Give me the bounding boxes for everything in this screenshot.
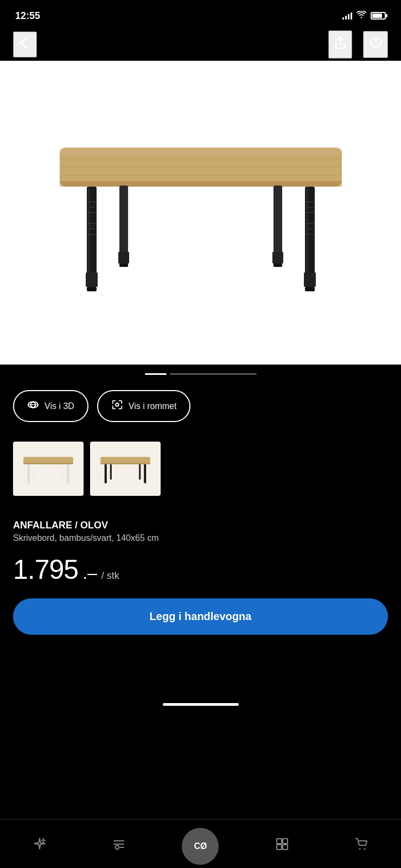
svg-rect-38 — [23, 463, 73, 464]
svg-rect-40 — [67, 464, 69, 483]
scroll-indicator — [0, 365, 401, 384]
status-icons — [342, 11, 386, 21]
price-unit: / stk — [101, 570, 119, 582]
back-button[interactable] — [13, 31, 37, 58]
product-image — [0, 61, 401, 365]
scroll-dot-2 — [170, 373, 257, 375]
wishlist-button[interactable] — [363, 31, 388, 58]
product-price: 1.795 .– / stk — [13, 554, 388, 585]
svg-rect-46 — [144, 464, 146, 483]
product-description: Skrivebord, bambus/svart, 140x65 cm — [13, 533, 388, 543]
scroll-dot-1 — [145, 373, 167, 375]
search-menu-icon — [112, 837, 126, 854]
vis-3d-label: Vis i 3D — [44, 401, 74, 411]
price-dash: .– — [82, 563, 97, 583]
thumbnail-1[interactable] — [13, 442, 84, 496]
svg-rect-21 — [273, 264, 282, 267]
svg-rect-56 — [283, 845, 288, 850]
status-time: 12:55 — [15, 10, 40, 22]
thumbnail-2[interactable] — [90, 442, 161, 496]
signal-bars-icon — [342, 12, 352, 20]
bottom-nav-search[interactable] — [103, 835, 135, 858]
wifi-icon — [357, 11, 366, 21]
share-button[interactable] — [328, 30, 352, 59]
svg-rect-39 — [28, 464, 30, 483]
price-amount: 1.795 — [13, 554, 78, 585]
svg-rect-44 — [100, 463, 150, 464]
svg-rect-48 — [139, 464, 141, 480]
svg-rect-42 — [62, 464, 63, 480]
svg-rect-11 — [87, 287, 97, 291]
ar-icon — [111, 399, 123, 413]
3d-icon — [27, 399, 39, 413]
battery-icon — [371, 12, 386, 20]
svg-rect-55 — [277, 845, 282, 850]
svg-rect-45 — [105, 464, 107, 483]
bottom-nav-profile[interactable]: CØ — [182, 828, 219, 865]
bottom-nav-ai[interactable] — [24, 835, 55, 858]
product-name: ANFALLARE / OLOV — [13, 520, 388, 531]
svg-rect-41 — [33, 464, 35, 480]
svg-point-57 — [359, 848, 361, 850]
svg-rect-10 — [86, 272, 98, 287]
svg-rect-7 — [60, 181, 342, 187]
action-buttons: Vis i 3D Vis i rommet — [0, 384, 401, 435]
svg-rect-47 — [110, 464, 112, 480]
vis-rommet-label: Vis i rommet — [129, 401, 177, 411]
add-to-cart-wrapper: Legg i handlevogna — [0, 598, 401, 648]
svg-rect-15 — [305, 287, 315, 291]
svg-rect-6 — [60, 148, 342, 155]
svg-point-58 — [364, 848, 366, 850]
svg-rect-54 — [283, 839, 288, 844]
svg-point-51 — [115, 845, 119, 849]
thumbnails — [0, 435, 401, 511]
vis-rommet-button[interactable]: Vis i rommet — [97, 390, 191, 422]
svg-rect-14 — [304, 272, 316, 287]
nav-actions — [328, 30, 388, 59]
svg-point-36 — [116, 403, 119, 406]
ai-sparkle-icon — [33, 837, 47, 854]
bottom-nav-cart[interactable] — [346, 835, 377, 858]
svg-rect-20 — [272, 252, 283, 264]
vis-3d-button[interactable]: Vis i 3D — [13, 390, 88, 422]
cart-icon — [354, 837, 368, 854]
bottom-nav-store[interactable] — [266, 835, 298, 858]
home-indicator — [163, 703, 239, 706]
svg-rect-18 — [119, 264, 128, 267]
add-to-cart-button[interactable]: Legg i handlevogna — [13, 598, 388, 635]
bottom-nav: CØ — [0, 819, 401, 868]
nav-bar — [0, 28, 401, 61]
store-icon — [275, 837, 289, 854]
product-info: ANFALLARE / OLOV Skrivebord, bambus/svar… — [0, 511, 401, 585]
status-bar: 12:55 — [0, 0, 401, 28]
profile-label: CØ — [194, 841, 207, 851]
svg-rect-17 — [118, 252, 129, 264]
svg-rect-53 — [277, 839, 282, 844]
desk-illustration — [43, 110, 358, 316]
